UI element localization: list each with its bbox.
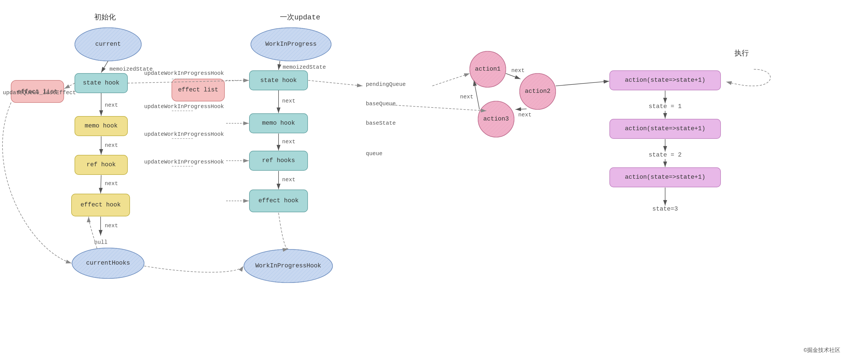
action3-label: action3 — [483, 116, 509, 123]
action-box-1-label: action(state=>state+1) — [625, 77, 705, 84]
next-1-label: next — [105, 102, 118, 108]
next-null-label: next — [105, 223, 118, 229]
memo-hook-2-label: memo hook — [262, 120, 295, 127]
action2-label: action2 — [525, 88, 550, 95]
ref-hook-1-label: ref hook — [87, 161, 116, 168]
next-a3-label: next — [460, 94, 473, 100]
main-diagram: 初始化 一次update 执行 current effect list stat… — [0, 0, 868, 358]
ref-hook-2-label: ref hooks — [262, 157, 295, 164]
current-hooks-label: currentHooks — [86, 260, 130, 266]
wip-hook-label: WorkInProgressHook — [255, 262, 321, 269]
queue-label: queue — [366, 151, 382, 157]
state-1-label: state = 1 — [649, 103, 682, 110]
action1-label: action1 — [475, 66, 500, 73]
memoized-state-2-label: memoizedState — [283, 64, 326, 70]
watermark-label: ©掘金技术社区 — [804, 347, 840, 354]
next-2-label: next — [105, 142, 118, 149]
next-6-label: next — [282, 176, 296, 183]
next-3-label: next — [105, 181, 118, 187]
init-title: 初始化 — [94, 13, 116, 22]
pending-queue-label: pendingQueue — [366, 81, 406, 88]
wip-label: WorkInProgress — [266, 41, 317, 48]
state-hook-2-label: state hook — [260, 77, 297, 84]
update-title: 一次update — [280, 13, 320, 22]
state-3-label: state=3 — [652, 205, 678, 213]
next-a2-label: next — [518, 112, 532, 118]
uwip-1-label: updateWorkInProgressHook — [144, 70, 224, 76]
diagram-container: 初始化 一次update 执行 current effect list stat… — [0, 0, 868, 358]
action-box-2-label: action(state=>state+1) — [625, 125, 705, 132]
current-label: current — [95, 41, 121, 48]
memo-hook-1-label: memo hook — [85, 123, 118, 129]
action-box-3-label: action(state=>state+1) — [625, 174, 705, 181]
uwip-4-label: updateWorkInProgressHook — [144, 159, 224, 165]
effect-list-2-label: effect list — [178, 87, 218, 93]
effect-hook-1-label: effect hook — [81, 201, 121, 208]
uwip-3-label: updateWorkInProgressHook — [144, 131, 224, 137]
next-a1-label: next — [511, 67, 525, 74]
base-queue-label: baseQueue — [366, 101, 396, 107]
state-hook-1-label: state hook — [83, 79, 119, 87]
effect-hook-2-label: effect hook — [258, 197, 299, 204]
base-state-label: baseState — [366, 120, 396, 126]
uwip-2-label: updateWorkInProgressHook — [144, 103, 224, 110]
state-2-label: state = 2 — [649, 152, 682, 159]
execute-title: 执行 — [735, 49, 749, 58]
next-4-label: next — [282, 98, 296, 104]
update-queue-label: updateQueue_lastEffect — [3, 90, 76, 96]
null-label: null — [94, 239, 107, 246]
next-5-label: next — [282, 138, 296, 145]
